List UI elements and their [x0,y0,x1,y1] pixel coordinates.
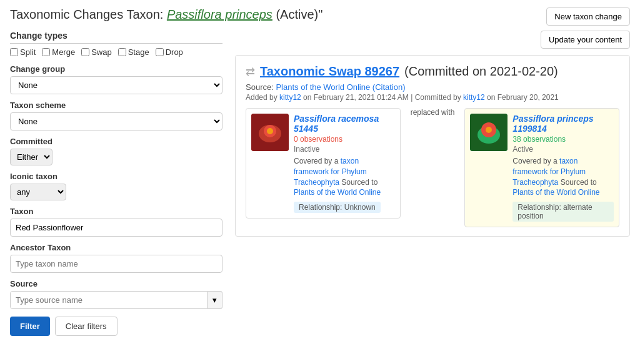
change-group-select[interactable]: None Group 1 Group 2 [10,76,222,94]
taxon-to-status: Active [512,145,614,154]
title-prefix: Taxonomic Changes Taxon: [10,7,167,21]
checkbox-swap[interactable]: Swap [81,47,112,57]
change-types-label: Change types [10,31,222,44]
iconic-taxon-section: Iconic taxon any Plantae Animalia [10,172,222,200]
checkbox-merge[interactable]: Merge [42,47,75,57]
taxon-link[interactable]: Passiflora princeps [167,7,272,21]
checkboxes-row: Split Merge Swap Stage Drop [10,47,222,57]
source-dropdown-button[interactable]: ▾ [208,291,222,309]
update-content-button[interactable]: Update your content [541,31,630,49]
filter-button[interactable]: Filter [10,317,50,336]
committed-by-link[interactable]: kitty12 [463,93,485,102]
source-link[interactable]: Plants of the World Online [276,82,370,92]
source-line: Source: Plants of the World Online (Cita… [246,82,619,92]
split-checkbox[interactable] [10,48,18,56]
taxon-from-info: Passiflora racemosa 51445 0 observations… [294,114,395,213]
swap-title-row: ⇄ Taxonomic Swap 89267 (Committed on 202… [246,64,619,79]
change-group-section: Change group None Group 1 Group 2 [10,64,222,94]
taxon-label: Taxon [10,207,222,216]
ancestor-taxon-label: Ancestor Taxon [10,243,222,252]
ancestor-taxon-section: Ancestor Taxon [10,243,222,273]
iconic-taxon-label: Iconic taxon [10,172,222,181]
taxon-from-status: Inactive [294,145,395,154]
taxon-to-card: Passiflora princeps 1199814 38 observati… [464,108,619,227]
left-panel: Change types Split Merge Swap Stage Drop [10,31,222,336]
checkbox-drop[interactable]: Drop [156,47,183,57]
ancestor-taxon-input[interactable] [10,255,222,273]
added-by-link[interactable]: kitty12 [279,93,301,102]
iconic-taxon-select[interactable]: any Plantae Animalia [10,184,66,200]
citation-link[interactable]: (Citation) [372,82,406,92]
svg-point-7 [486,127,492,133]
taxon-scheme-section: Taxon scheme None Scheme 1 [10,101,222,130]
source-label: Source [10,279,222,288]
taxon-to-thumbnail [470,114,508,151]
replaced-with-label: replaced with [407,108,459,117]
drop-checkbox[interactable] [156,48,164,56]
source-row: ▾ [10,291,222,309]
taxon-from-card: Passiflora racemosa 51445 0 observations… [246,108,401,219]
filter-button-row: Filter Clear filters [10,317,222,336]
update-btn-row: Update your content [235,31,630,49]
checkbox-split[interactable]: Split [10,47,36,57]
taxon-from-obs: 0 observations [294,135,395,144]
change-group-label: Change group [10,64,222,74]
source-input[interactable] [10,291,208,309]
taxa-comparison: Passiflora racemosa 51445 0 observations… [246,108,619,227]
taxon-from-name-link[interactable]: Passiflora racemosa 51445 [294,114,379,134]
checkbox-stage[interactable]: Stage [118,47,149,57]
taxon-from-thumbnail [251,114,289,151]
page-title: Taxonomic Changes Taxon: Passiflora prin… [10,7,322,22]
source-section: Source ▾ [10,279,222,309]
svg-point-3 [267,128,273,134]
taxon-section: Taxon [10,207,222,237]
swap-checkbox[interactable] [81,48,89,56]
new-taxon-button[interactable]: New taxon change [546,7,630,26]
taxon-to-obs: 38 observations [512,135,614,144]
stage-checkbox[interactable] [118,48,126,56]
taxon-from-relationship-badge: Relationship: Unknown [294,202,381,213]
committed-section: Committed Either Yes No [10,137,222,165]
taxon-to-info: Passiflora princeps 1199814 38 observati… [512,114,614,222]
meta-line: Added by kitty12 on February 21, 2021 01… [246,93,619,102]
right-panel: Update your content ⇄ Taxonomic Swap 892… [235,31,630,336]
taxon-to-relationship-badge: Relationship: alternate position [512,202,614,222]
title-suffix: (Active)" [272,7,322,21]
committed-select[interactable]: Either Yes No [10,149,52,165]
taxon-scheme-select[interactable]: None Scheme 1 [10,112,222,130]
swap-status: (Committed on 2021-02-20) [404,64,558,79]
taxon-input[interactable] [10,219,222,237]
swap-title-link[interactable]: Taxonomic Swap 89267 [260,64,399,79]
merge-checkbox[interactable] [42,48,50,56]
taxon-to-coverage: Covered by a taxon framework for Phylum … [512,156,614,198]
taxon-scheme-label: Taxon scheme [10,101,222,110]
committed-label: Committed [10,137,222,146]
taxon-to-name-link[interactable]: Passiflora princeps 1199814 [512,114,593,134]
clear-filters-button[interactable]: Clear filters [55,317,118,336]
swap-card: ⇄ Taxonomic Swap 89267 (Committed on 202… [235,55,630,237]
swap-icon: ⇄ [246,65,255,79]
taxon-from-coverage: Covered by a taxon framework for Phylum … [294,156,395,198]
